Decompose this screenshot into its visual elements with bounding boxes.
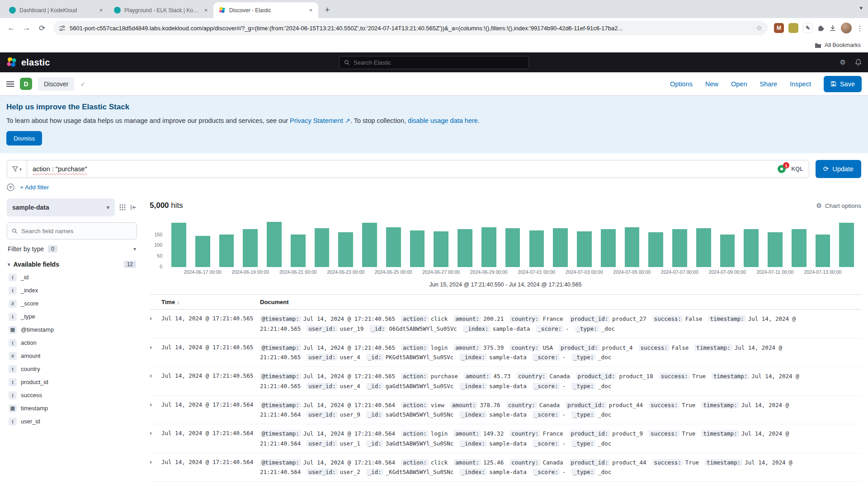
extension-overlay-icon[interactable]: 1 — [778, 165, 786, 173]
new-link[interactable]: New — [705, 80, 718, 88]
collapse-sidebar-icon[interactable] — [130, 204, 137, 211]
privacy-statement-link[interactable]: Privacy Statement — [290, 117, 343, 124]
field-item-_type[interactable]: t_type — [7, 310, 137, 323]
forward-button[interactable]: → — [20, 21, 33, 35]
space-avatar[interactable]: D — [20, 78, 32, 90]
browser-menu-icon[interactable]: ⋮ — [856, 24, 863, 33]
histogram-bar[interactable] — [625, 227, 640, 267]
downloads-icon[interactable] — [829, 24, 836, 32]
kql-language-button[interactable]: KQL — [791, 166, 803, 172]
histogram-bar[interactable] — [529, 230, 544, 267]
histogram-bar[interactable] — [481, 227, 496, 267]
close-tab-icon[interactable]: × — [202, 6, 210, 14]
histogram-bar[interactable] — [672, 229, 687, 267]
sort-descending-icon[interactable]: ↓ — [177, 299, 180, 305]
field-search[interactable] — [7, 222, 137, 239]
reload-button[interactable]: ⟳ — [35, 21, 49, 35]
histogram-bar[interactable] — [195, 236, 210, 267]
field-item-_index[interactable]: t_index — [7, 284, 137, 297]
disable-usage-link[interactable]: disable usage data here — [408, 117, 478, 124]
expand-row-icon[interactable]: › — [150, 314, 152, 322]
histogram-bar[interactable] — [839, 223, 854, 267]
browser-tab-dashboard[interactable]: Dashboard | KodeKloud × — [4, 2, 108, 18]
histogram-bar[interactable] — [291, 235, 306, 267]
back-button[interactable]: ← — [5, 21, 18, 35]
bookmark-star-icon[interactable]: ☆ — [756, 24, 762, 32]
update-button[interactable]: ⟳ Update — [816, 160, 861, 178]
histogram-bar[interactable] — [577, 231, 592, 267]
browser-tab-discover[interactable]: Discover - Elastic × — [213, 2, 318, 18]
apps-grid-icon[interactable] — [119, 204, 126, 211]
field-search-input[interactable] — [21, 228, 132, 235]
field-item-amount[interactable]: #amount — [7, 349, 137, 362]
extensions-puzzle-icon[interactable] — [817, 24, 825, 32]
histogram-bar[interactable] — [458, 229, 472, 267]
inspect-link[interactable]: Inspect — [790, 80, 811, 88]
browser-tab-playground[interactable]: Playground - ELK Stack | KodeKloud × — [108, 2, 213, 18]
histogram-bar[interactable] — [410, 230, 425, 267]
histogram-bar[interactable] — [338, 232, 353, 267]
all-bookmarks-label[interactable]: All Bookmarks — [825, 42, 861, 48]
address-bar[interactable]: 5601-port-c557cac18d5d4849.labs.kodeklou… — [53, 21, 768, 35]
histogram-bar[interactable] — [696, 228, 711, 267]
close-tab-icon[interactable]: × — [307, 6, 315, 14]
histogram-bar[interactable] — [768, 232, 783, 267]
dismiss-button[interactable]: Dismiss — [6, 131, 42, 145]
compose-icon[interactable]: ✎ — [803, 23, 813, 33]
menu-hamburger-icon[interactable] — [6, 81, 14, 87]
available-fields-header[interactable]: ▾ Available fields 12 — [7, 261, 137, 268]
histogram-bar[interactable] — [171, 223, 186, 267]
global-search-input[interactable] — [354, 59, 524, 66]
histogram-bar[interactable] — [243, 229, 258, 267]
field-item-action[interactable]: taction — [7, 336, 137, 349]
options-link[interactable]: Options — [670, 80, 693, 88]
field-item-success[interactable]: tsuccess — [7, 389, 137, 402]
index-pattern-select[interactable]: sample-data ▾ — [7, 198, 115, 216]
extension-m-icon[interactable]: M — [774, 23, 784, 33]
histogram-bar[interactable] — [601, 229, 616, 267]
chevron-down-icon[interactable]: ▾ — [859, 5, 863, 11]
expand-row-icon[interactable]: › — [150, 371, 152, 380]
histogram-bar[interactable] — [434, 231, 448, 267]
time-column-header[interactable]: Time ↓ — [161, 299, 260, 305]
field-item-timestamp[interactable]: ▦timestamp — [7, 402, 137, 415]
histogram-bar[interactable] — [315, 228, 330, 267]
histogram-bar[interactable] — [720, 235, 735, 267]
share-link[interactable]: Share — [760, 80, 777, 88]
expand-row-icon[interactable]: › — [150, 343, 152, 351]
field-item-country[interactable]: tcountry — [7, 362, 137, 375]
query-input[interactable]: action : "purchase" — [27, 160, 772, 178]
profile-avatar[interactable] — [841, 23, 852, 33]
field-item-@timestamp[interactable]: ▦@timestamp — [7, 323, 137, 336]
filter-circle-icon[interactable] — [7, 183, 14, 191]
expand-row-icon[interactable]: › — [150, 458, 152, 466]
histogram-bar[interactable] — [744, 229, 759, 267]
histogram-bar[interactable] — [219, 235, 234, 267]
extension-yellow-icon[interactable] — [788, 23, 798, 33]
histogram-bar[interactable] — [648, 232, 663, 267]
expand-row-icon[interactable]: › — [150, 429, 152, 437]
global-search[interactable] — [339, 56, 529, 69]
field-item-user_id[interactable]: tuser_id — [7, 415, 137, 428]
open-link[interactable]: Open — [731, 80, 747, 88]
new-tab-button[interactable]: + — [321, 4, 334, 16]
field-item-product_id[interactable]: tproduct_id — [7, 375, 137, 389]
saved-query-menu-button[interactable]: ▾ — [7, 160, 27, 178]
elastic-logo[interactable]: elastic — [6, 57, 50, 68]
histogram-bar[interactable] — [792, 229, 807, 267]
histogram-bar[interactable] — [267, 222, 282, 267]
breadcrumb[interactable]: Discover — [38, 77, 74, 91]
settings-gear-icon[interactable]: ⚙ — [840, 58, 846, 66]
histogram-bar[interactable] — [553, 228, 568, 267]
expand-row-icon[interactable]: › — [150, 400, 152, 408]
chart-options-button[interactable]: ⚙ Chart options — [816, 202, 861, 209]
histogram-bar[interactable] — [386, 227, 401, 267]
field-item-_id[interactable]: t_id — [7, 271, 137, 284]
histogram-bar[interactable] — [362, 223, 377, 267]
histogram-bar[interactable] — [816, 235, 830, 267]
alerts-bell-icon[interactable] — [855, 59, 862, 66]
add-filter-button[interactable]: + Add filter — [20, 184, 49, 191]
save-button[interactable]: Save — [824, 76, 862, 92]
histogram-bar[interactable] — [505, 228, 520, 267]
tune-icon[interactable] — [59, 25, 66, 32]
